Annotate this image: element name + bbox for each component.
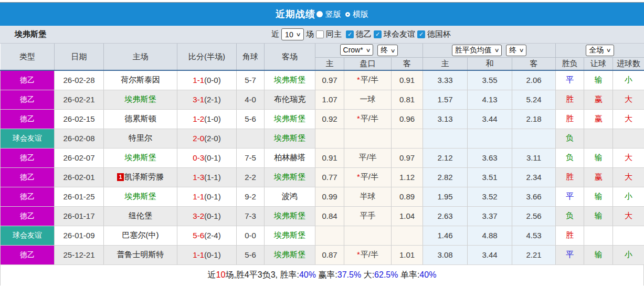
crow-home-odds: 0.77 xyxy=(315,167,344,187)
checkbox-same-home[interactable] xyxy=(316,30,324,38)
match-date: 26-02-28 xyxy=(55,70,104,90)
result-cell: 平 xyxy=(556,245,584,264)
sub-col-header: 客 xyxy=(392,57,423,70)
home-team-cell: 巴塞尔(中) xyxy=(104,226,177,245)
corner-cell xyxy=(237,129,265,148)
chevron-down-icon: ∨ xyxy=(606,47,611,53)
table-row: 德乙26-02-07埃弗斯堡0-3(0-1)7-5柏林赫塔0.91平/半0.97… xyxy=(1,148,644,167)
score-cell: 0-3(0-1) xyxy=(177,148,237,167)
handicap-result-cell: 输 xyxy=(584,148,613,167)
sub-col-header: 客 xyxy=(512,57,556,70)
chevron-down-icon: ∨ xyxy=(365,47,371,53)
away-team-cell: 埃弗斯堡 xyxy=(265,167,315,187)
handicap-result-cell: 赢 xyxy=(584,109,613,129)
near-label: 近 xyxy=(271,29,279,39)
handicap-result-cell: 输 xyxy=(584,187,613,206)
avg-home-cell: 1.95 xyxy=(423,187,468,206)
home-team-cell: 纽伦堡 xyxy=(104,206,177,226)
crow-home-odds: 1.07 xyxy=(315,90,344,109)
crow-company-select[interactable]: Crow* ∨ xyxy=(340,44,373,56)
score-cell: 1-1(0-1) xyxy=(177,187,237,206)
handicap-result-cell: 输 xyxy=(584,70,613,90)
away-team-cell: 埃弗斯堡 xyxy=(265,206,315,226)
checkbox-league2[interactable]: ✓ xyxy=(346,30,354,38)
chevron-down-icon: ∨ xyxy=(390,48,396,54)
match-type-badge: 德乙 xyxy=(1,187,55,206)
result-cell: 胜 xyxy=(556,109,584,129)
avg-away-cell: 2.56 xyxy=(512,206,556,226)
summary-line: 近10场,胜4平3负3, 胜率:40% 赢率:37.5% 大:62.5% 单率:… xyxy=(0,265,644,285)
avg-away-cell: 4.53 xyxy=(512,226,556,245)
avg-home-cell: 3.33 xyxy=(423,70,468,90)
crow-home-odds: 0.84 xyxy=(315,206,344,226)
checkbox-club-friendly[interactable]: ✓ xyxy=(374,30,382,38)
scope-header-group: 全场 ∨ xyxy=(556,44,644,57)
score-cell: 1-2(1-0) xyxy=(177,109,237,129)
match-type-badge: 德乙 xyxy=(1,167,55,187)
match-date: 26-01-09 xyxy=(55,226,104,245)
summary-segment: 场,胜4平3负3, 胜率: xyxy=(225,270,299,281)
away-team-cell: 埃弗斯堡 xyxy=(265,226,315,245)
handicap-cell: *平/半 xyxy=(344,167,392,187)
home-team-cell: 德累斯顿 xyxy=(104,109,177,129)
crow-away-odds: 1.01 xyxy=(392,245,423,264)
avg-draw-cell: 3.55 xyxy=(468,70,512,90)
avg-home-cell: 2.12 xyxy=(423,148,468,167)
checkbox-german-cup[interactable]: ✓ xyxy=(417,30,425,38)
result-cell: 负 xyxy=(556,148,584,167)
avg-draw-cell: 3.51 xyxy=(468,167,512,187)
corner-cell: 2-2 xyxy=(237,167,265,187)
handicap-result-cell: 输 xyxy=(584,245,613,264)
team-name: 埃弗斯堡 xyxy=(15,29,46,39)
match-type-badge: 德乙 xyxy=(1,109,55,129)
col-header-corner: 角球 xyxy=(237,44,265,70)
avg-draw-cell: 3.52 xyxy=(468,187,512,206)
match-count-select[interactable]: 10 ∨ xyxy=(281,28,304,40)
col-header-score: 比分(半场) xyxy=(177,44,237,70)
handicap-cell xyxy=(344,129,392,148)
result-cell: 胜 xyxy=(556,90,584,109)
sub-col-header: 进球数 xyxy=(613,57,644,70)
avg-stage-select[interactable]: 终 ∨ xyxy=(506,45,526,56)
handicap-cell: 平手 xyxy=(344,206,392,226)
avg-draw-cell xyxy=(468,129,512,148)
crow-away-odds: 0.81 xyxy=(392,90,423,109)
score-cell: 3-2(0-1) xyxy=(177,206,237,226)
handicap-cell: *平/半 xyxy=(344,70,392,90)
avg-away-cell: 2.06 xyxy=(512,70,556,90)
match-type-badge: 球会友谊 xyxy=(1,226,55,245)
match-date: 26-01-25 xyxy=(55,187,104,206)
goals-result-cell: 大 xyxy=(613,206,644,226)
table-row: 德乙26-01-17纽伦堡3-2(0-1)7-3埃弗斯堡0.84平手1.042.… xyxy=(1,206,644,226)
horizontal-layout-label: 横版 xyxy=(353,9,368,19)
summary-segment: 10 xyxy=(216,270,226,280)
checkbox-german-cup-label: 德国杯 xyxy=(427,29,451,39)
corner-cell: 5-6 xyxy=(237,109,265,129)
rank-badge: 1 xyxy=(117,173,124,181)
filter-bar: 埃弗斯堡 近 10 ∨ 场 同主 ✓ 德乙 ✓ 球会友谊 ✓ 德国杯 xyxy=(0,26,644,44)
crow-stage-select[interactable]: 终 ∨ xyxy=(377,45,398,56)
filter-controls: 近 10 ∨ 场 同主 ✓ 德乙 ✓ 球会友谊 ✓ 德国杯 xyxy=(271,28,451,40)
avg-draw-cell: 4.88 xyxy=(468,226,512,245)
away-team-cell: 埃弗斯堡 xyxy=(265,245,315,264)
crow-home-odds: 0.87 xyxy=(315,245,344,264)
games-label: 场 xyxy=(306,29,314,39)
title-bar: 近期战绩 竖版 横版 xyxy=(0,3,644,26)
goals-result-cell: 大 xyxy=(613,167,644,187)
col-header-date: 日期 xyxy=(55,44,104,70)
avg-odds-select[interactable]: 胜平负均值 ∨ xyxy=(452,45,502,56)
corner-cell: 7-5 xyxy=(237,148,265,167)
vertical-layout-radio[interactable]: 竖版 xyxy=(320,9,341,19)
chevron-down-icon: ∨ xyxy=(519,47,524,53)
match-date: 26-02-07 xyxy=(55,148,104,167)
sub-col-header: 和 xyxy=(468,57,512,70)
table-row: 德乙25-12-21普鲁士明斯特1-1(0-1)5-6埃弗斯堡0.87*平/半1… xyxy=(1,245,644,264)
corner-cell: 7-3 xyxy=(237,206,265,226)
goals-result-cell xyxy=(613,129,644,148)
vertical-layout-label: 竖版 xyxy=(325,9,341,19)
match-scope-select[interactable]: 全场 ∨ xyxy=(586,45,614,56)
result-cell: 负 xyxy=(556,206,584,226)
summary-segment: 大: xyxy=(361,270,374,281)
horizontal-layout-radio[interactable]: 横版 xyxy=(345,9,368,19)
crow-away-odds: 0.89 xyxy=(392,187,423,206)
